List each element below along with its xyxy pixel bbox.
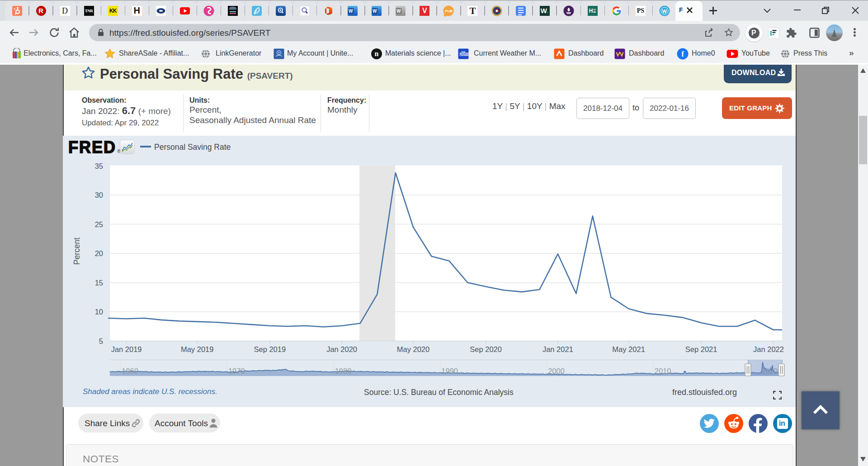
svg-text:1980: 1980	[335, 367, 352, 375]
svg-text:5: 5	[99, 337, 103, 345]
svg-text:Jan 2020: Jan 2020	[326, 345, 357, 353]
svg-text:May 2021: May 2021	[612, 345, 645, 353]
svg-text:35: 35	[95, 162, 103, 170]
svg-text:May 2019: May 2019	[181, 345, 213, 353]
svg-text:Jan 2022: Jan 2022	[753, 345, 784, 353]
svg-text:Jan 2019: Jan 2019	[111, 345, 142, 353]
svg-text:2010: 2010	[655, 367, 671, 375]
svg-text:May 2020: May 2020	[397, 345, 429, 353]
svg-text:1990: 1990	[441, 367, 458, 375]
svg-text:2000: 2000	[548, 367, 565, 375]
svg-text:20: 20	[95, 249, 103, 257]
svg-text:30: 30	[95, 191, 103, 199]
svg-text:Percent: Percent	[72, 238, 81, 265]
svg-text:Sep 2020: Sep 2020	[470, 345, 502, 353]
svg-text:1970: 1970	[228, 367, 245, 375]
svg-text:25: 25	[95, 220, 103, 228]
svg-text:Sep 2021: Sep 2021	[685, 345, 717, 353]
svg-text:15: 15	[95, 279, 103, 287]
svg-text:Sep 2019: Sep 2019	[254, 345, 286, 353]
svg-text:10: 10	[95, 308, 103, 316]
svg-text:1960: 1960	[122, 367, 138, 375]
svg-text:Jan 2021: Jan 2021	[542, 345, 573, 353]
